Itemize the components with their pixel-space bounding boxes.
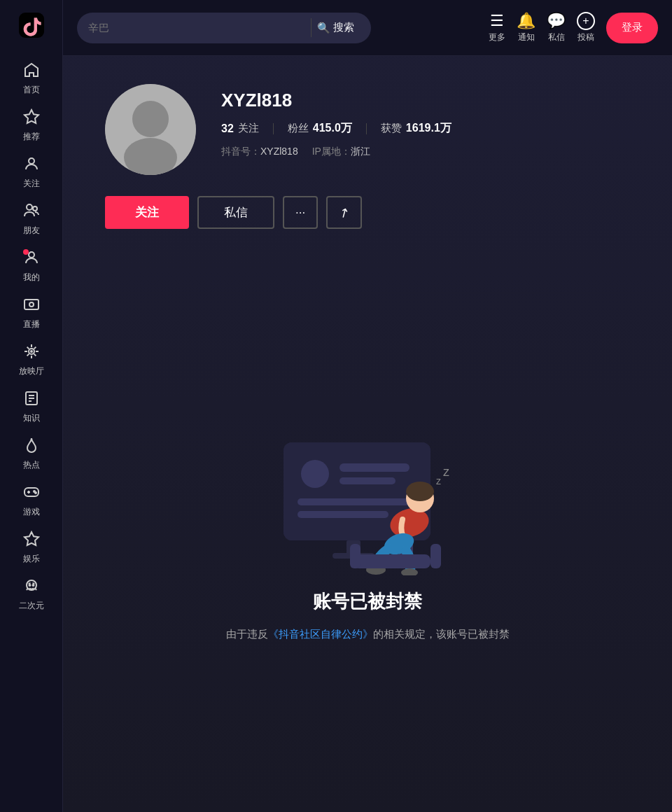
sidebar-item-label-knowledge: 知识 [23, 412, 40, 424]
game-icon [23, 484, 40, 503]
svg-rect-45 [350, 544, 360, 568]
sidebar: 首页推荐关注朋友我的直播放映厅知识热点游戏娱乐二次元 [0, 0, 63, 812]
svg-rect-32 [298, 511, 388, 518]
svg-point-4 [33, 206, 37, 211]
message-button[interactable]: 私信 [197, 196, 274, 229]
topbar-notify[interactable]: 🔔 通知 [517, 12, 536, 43]
svg-text:z: z [436, 475, 441, 486]
topbar-post-label: 投稿 [578, 31, 594, 43]
fans-count: 415.0万 [313, 121, 352, 136]
banned-illustration: z z [262, 421, 472, 575]
sidebar-item-label-live: 直播 [23, 318, 40, 330]
svg-rect-31 [298, 498, 416, 505]
topbar: 🔍 搜索 ☰ 更多 🔔 通知 💬 私信 + 投稿 登录 [63, 0, 672, 56]
svg-point-7 [29, 302, 34, 307]
account-id-text: 抖音号：XYZl818 [221, 146, 298, 158]
svg-point-43 [401, 568, 418, 575]
svg-point-5 [29, 252, 34, 258]
banned-policy-link[interactable]: 《抖音社区自律公约》 [268, 628, 373, 640]
svg-marker-19 [24, 532, 38, 545]
svg-point-22 [32, 584, 34, 586]
sidebar-item-mine[interactable]: 我的 [19, 242, 44, 289]
chat-icon: 💬 [547, 12, 566, 30]
svg-rect-30 [340, 477, 396, 484]
sidebar-item-label-anime: 二次元 [19, 600, 44, 612]
logo[interactable] [19, 7, 44, 46]
svg-point-3 [27, 204, 32, 210]
follow-label: 关注 [238, 122, 259, 135]
login-button[interactable]: 登录 [606, 13, 658, 43]
sidebar-item-cinema[interactable]: 放映厅 [19, 336, 44, 383]
follow-icon [23, 155, 40, 175]
recommend-icon [23, 108, 40, 128]
topbar-post[interactable]: + 投稿 [577, 12, 595, 43]
follow-count: 32 [221, 122, 234, 135]
share-button[interactable]: ↗ [326, 196, 362, 229]
entertainment-icon [23, 531, 40, 550]
sidebar-item-label-mine: 我的 [23, 272, 40, 284]
search-button-label: 搜索 [333, 21, 354, 34]
fans-label: 粉丝 [288, 122, 309, 135]
topbar-more-label: 更多 [489, 31, 505, 43]
likes-label: 获赞 [381, 122, 402, 135]
ip-text: IP属地：浙江 [312, 146, 370, 158]
svg-text:z: z [443, 465, 449, 479]
likes-stat: 获赞 1619.1万 [381, 121, 451, 136]
search-button[interactable]: 🔍 搜索 [311, 18, 360, 37]
svg-point-24 [132, 101, 169, 137]
sidebar-item-knowledge[interactable]: 知识 [19, 383, 44, 430]
sidebar-item-label-hot: 热点 [23, 459, 40, 471]
sidebar-item-label-follow: 关注 [23, 178, 40, 190]
topbar-more[interactable]: ☰ 更多 [489, 12, 505, 43]
follow-button[interactable]: 关注 [105, 196, 189, 229]
banned-title: 账号已被封禁 [313, 589, 422, 614]
search-icon: 🔍 [317, 22, 330, 34]
home-icon [23, 62, 40, 81]
svg-point-21 [29, 584, 30, 586]
hot-icon [23, 437, 40, 456]
sidebar-item-anime[interactable]: 二次元 [19, 570, 44, 617]
share-icon: ↗ [336, 203, 353, 222]
sidebar-item-home[interactable]: 首页 [19, 55, 44, 102]
sidebar-item-game[interactable]: 游戏 [19, 477, 44, 524]
live-icon [23, 296, 40, 316]
stat-divider-2 [366, 123, 367, 134]
sidebar-item-live[interactable]: 直播 [19, 289, 44, 336]
banned-section: z z 账号已被封禁 由于违反《抖音社区自律公约》的相关规定，该账号已被封禁 [63, 250, 672, 812]
ip-label: IP属地： [312, 146, 351, 157]
svg-point-18 [35, 492, 36, 493]
topbar-message[interactable]: 💬 私信 [547, 12, 566, 43]
bell-icon: 🔔 [517, 12, 536, 30]
account-id-value: XYZl818 [260, 146, 298, 157]
more-button[interactable]: ··· [283, 196, 318, 229]
svg-rect-46 [430, 544, 441, 568]
sidebar-item-label-friends: 朋友 [23, 225, 40, 237]
sidebar-item-entertainment[interactable]: 娱乐 [19, 524, 44, 570]
stat-divider-1 [273, 123, 274, 134]
svg-point-37 [406, 482, 434, 501]
sidebar-item-hot[interactable]: 热点 [19, 430, 44, 477]
profile-info: XYZl818 32 关注 粉丝 415.0万 获赞 1619.1万 [221, 84, 630, 158]
svg-marker-1 [24, 110, 38, 123]
svg-rect-29 [340, 463, 410, 472]
svg-rect-6 [24, 300, 38, 309]
banned-desc: 由于违反《抖音社区自律公约》的相关规定，该账号已被封禁 [226, 628, 510, 641]
search-box[interactable]: 🔍 搜索 [77, 13, 371, 43]
topbar-message-label: 私信 [548, 31, 565, 43]
likes-count: 1619.1万 [406, 121, 451, 136]
search-input[interactable] [88, 22, 305, 34]
sidebar-item-follow[interactable]: 关注 [19, 148, 44, 195]
sidebar-item-label-entertainment: 娱乐 [23, 553, 40, 565]
sidebar-item-label-home: 首页 [23, 84, 40, 96]
anime-icon [23, 578, 40, 597]
sidebar-item-recommend[interactable]: 推荐 [19, 102, 44, 148]
svg-point-9 [31, 351, 32, 352]
username: XYZl818 [221, 90, 630, 111]
svg-point-28 [301, 460, 329, 488]
cinema-icon [23, 343, 40, 363]
main-content: 🔍 搜索 ☰ 更多 🔔 通知 💬 私信 + 投稿 登录 [63, 0, 672, 812]
post-icon: + [577, 12, 595, 30]
follow-stat: 32 关注 [221, 122, 259, 135]
fans-stat: 粉丝 415.0万 [288, 121, 352, 136]
sidebar-item-friends[interactable]: 朋友 [19, 195, 44, 242]
